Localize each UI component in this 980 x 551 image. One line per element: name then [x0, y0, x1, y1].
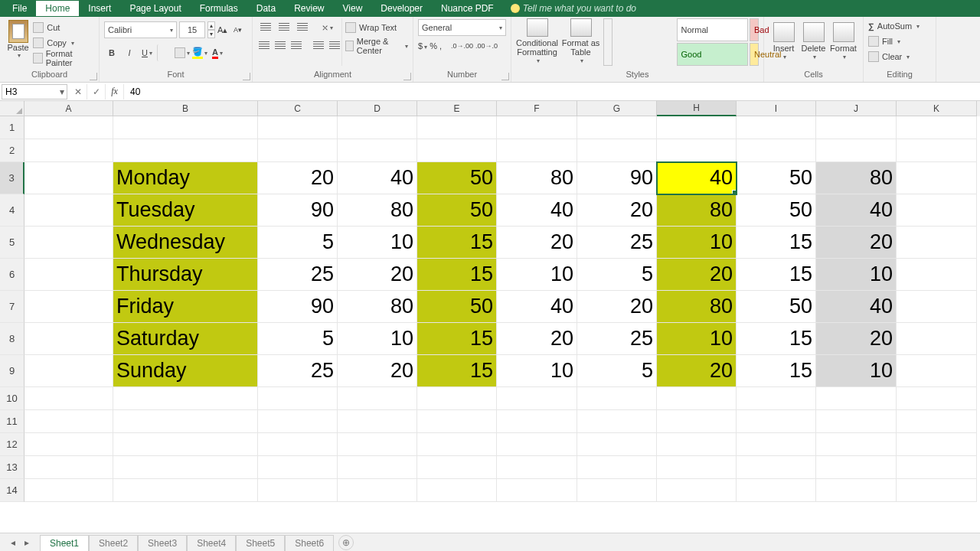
cell-B13[interactable]: [113, 456, 258, 479]
align-center-button[interactable]: [273, 37, 288, 54]
cell-D9[interactable]: 20: [338, 355, 417, 387]
cell-B8[interactable]: Saturday: [113, 323, 258, 355]
cell-F12[interactable]: [497, 433, 577, 456]
conditional-formatting-button[interactable]: Conditional Formatting▾: [516, 18, 558, 66]
cell-H9[interactable]: 20: [657, 355, 737, 387]
cell-G10[interactable]: [577, 387, 657, 410]
cell-K7[interactable]: [897, 291, 977, 323]
cell-E12[interactable]: [417, 433, 497, 456]
font-dialog-launcher[interactable]: [243, 73, 250, 80]
cell-J9[interactable]: 10: [816, 355, 897, 387]
cell-C9[interactable]: 25: [258, 355, 338, 387]
fx-icon[interactable]: fx: [106, 84, 124, 99]
cancel-icon[interactable]: ✕: [69, 84, 87, 99]
cell-I3[interactable]: 50: [737, 162, 816, 194]
cell-F5[interactable]: 20: [497, 227, 577, 259]
cell-H11[interactable]: [657, 410, 737, 433]
cell-A8[interactable]: [24, 323, 113, 355]
name-box[interactable]: H3▾: [2, 84, 67, 99]
cell-H8[interactable]: 10: [657, 323, 737, 355]
col-header-H[interactable]: H: [657, 101, 737, 116]
menu-home[interactable]: Home: [36, 1, 79, 16]
row-header-14[interactable]: 14: [0, 479, 24, 502]
cell-G14[interactable]: [577, 479, 657, 502]
cell-C14[interactable]: [258, 479, 338, 502]
cell-D6[interactable]: 20: [338, 259, 417, 291]
col-header-B[interactable]: B: [113, 101, 258, 116]
col-header-D[interactable]: D: [338, 101, 417, 116]
cell-F8[interactable]: 20: [497, 323, 577, 355]
cell-A2[interactable]: [24, 139, 113, 162]
cell-G6[interactable]: 5: [577, 259, 657, 291]
cell-I9[interactable]: 15: [737, 355, 816, 387]
sheet-nav-next[interactable]: ▸: [20, 536, 34, 549]
autosum-button[interactable]: ∑AutoSum▾: [868, 18, 931, 34]
cell-I8[interactable]: 15: [737, 323, 816, 355]
cell-H10[interactable]: [657, 387, 737, 410]
menu-data[interactable]: Data: [247, 1, 285, 16]
cell-B14[interactable]: [113, 479, 258, 502]
cell-F14[interactable]: [497, 479, 577, 502]
cell-G13[interactable]: [577, 456, 657, 479]
accounting-format-button[interactable]: $▾: [418, 41, 427, 51]
cell-F4[interactable]: 40: [497, 194, 577, 227]
percent-format-button[interactable]: %: [430, 41, 437, 51]
cell-J14[interactable]: [816, 479, 897, 502]
cell-D1[interactable]: [338, 116, 417, 139]
col-header-A[interactable]: A: [24, 101, 113, 116]
row-header-2[interactable]: 2: [0, 139, 24, 162]
cell-G4[interactable]: 20: [577, 194, 657, 227]
alignment-dialog-launcher[interactable]: [403, 73, 411, 80]
col-header-J[interactable]: J: [816, 101, 897, 116]
cell-G1[interactable]: [577, 116, 657, 139]
font-name-select[interactable]: Calibri▾: [104, 21, 177, 38]
row-header-6[interactable]: 6: [0, 259, 24, 291]
col-header-K[interactable]: K: [897, 101, 977, 116]
align-bottom-button[interactable]: [294, 19, 311, 36]
cell-G12[interactable]: [577, 433, 657, 456]
cell-H3[interactable]: 40: [657, 162, 737, 194]
cell-E2[interactable]: [417, 139, 497, 162]
formula-input[interactable]: 40: [124, 86, 980, 97]
cell-I5[interactable]: 15: [737, 227, 816, 259]
cell-B9[interactable]: Sunday: [113, 355, 258, 387]
menu-nuance-pdf[interactable]: Nuance PDF: [432, 1, 503, 16]
cell-E14[interactable]: [417, 479, 497, 502]
cell-B5[interactable]: Wednesday: [113, 227, 258, 259]
tell-me-search[interactable]: Tell me what you want to do: [503, 3, 636, 14]
cell-I11[interactable]: [737, 410, 816, 433]
format-painter-button[interactable]: Format Painter: [33, 51, 94, 65]
cell-I13[interactable]: [737, 456, 816, 479]
cell-A7[interactable]: [24, 291, 113, 323]
bold-button[interactable]: B: [104, 44, 119, 61]
underline-button[interactable]: U▾: [139, 44, 155, 61]
spreadsheet-grid[interactable]: ABCDEFGHIJK 123Monday20405080904050804Tu…: [0, 101, 980, 531]
sheet-tab-sheet4[interactable]: Sheet4: [187, 535, 236, 552]
cell-E11[interactable]: [417, 410, 497, 433]
cell-H5[interactable]: 10: [657, 227, 737, 259]
cell-K3[interactable]: [897, 162, 977, 194]
row-header-12[interactable]: 12: [0, 433, 24, 456]
cell-K9[interactable]: [897, 355, 977, 387]
row-header-13[interactable]: 13: [0, 456, 24, 479]
style-neutral[interactable]: Neutral: [750, 43, 759, 66]
cell-F13[interactable]: [497, 456, 577, 479]
comma-format-button[interactable]: ,: [439, 41, 442, 51]
number-dialog-launcher[interactable]: [501, 73, 509, 80]
cell-D7[interactable]: 80: [338, 291, 417, 323]
cell-K12[interactable]: [897, 433, 977, 456]
cell-E7[interactable]: 50: [417, 291, 497, 323]
sheet-tab-sheet2[interactable]: Sheet2: [89, 535, 138, 552]
cell-J5[interactable]: 20: [816, 227, 897, 259]
cell-F3[interactable]: 80: [497, 162, 577, 194]
cell-J13[interactable]: [816, 456, 897, 479]
increase-font-button[interactable]: A▴: [217, 25, 231, 35]
cell-E5[interactable]: 15: [417, 227, 497, 259]
cell-F7[interactable]: 40: [497, 291, 577, 323]
cell-B6[interactable]: Thursday: [113, 259, 258, 291]
cell-K10[interactable]: [897, 387, 977, 410]
decrease-font-button[interactable]: A▾: [234, 26, 247, 34]
cell-K6[interactable]: [897, 259, 977, 291]
cell-D4[interactable]: 80: [338, 194, 417, 227]
wrap-text-button[interactable]: Wrap Text: [345, 18, 408, 37]
